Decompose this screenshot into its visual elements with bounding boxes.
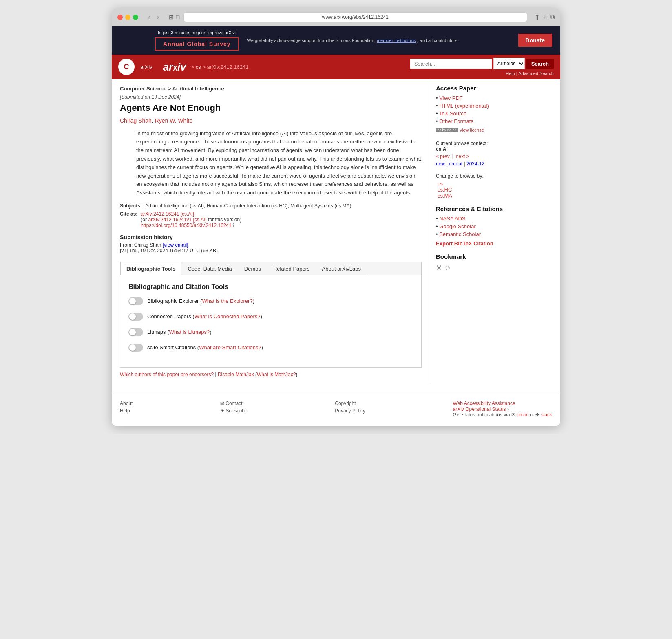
browse-new-link[interactable]: new — [436, 161, 445, 167]
tab-about-arxivlabs[interactable]: About arXivLabs — [316, 262, 367, 275]
semantic-scholar-link[interactable]: Semantic Scholar — [439, 231, 481, 237]
address-bar[interactable]: www.arxiv.org/abs/2412.16241 — [183, 12, 527, 22]
cite-link-2[interactable]: arXiv:2412.16241v1 [cs.AI] — [148, 217, 206, 223]
maximize-button[interactable] — [133, 15, 138, 20]
page-footer: About Help ✉ Contact ✈ Subscribe Copyrig… — [112, 392, 560, 426]
search-input[interactable] — [410, 59, 492, 69]
bib-explorer-what-link[interactable]: What is the Explorer? — [202, 298, 252, 304]
mendeley-icon[interactable]: ✕ — [436, 264, 442, 272]
browse-cs-link[interactable]: cs — [438, 181, 514, 187]
connected-papers-what-link[interactable]: What is Connected Papers? — [195, 313, 261, 320]
cite-link-1[interactable]: arXiv:2412.16241 [cs.AI] — [141, 211, 194, 217]
view-email-link[interactable]: [view email] — [163, 242, 188, 248]
footer-privacy-link[interactable]: Privacy Policy — [335, 408, 365, 414]
other-formats-link[interactable]: Other Formats — [439, 118, 473, 124]
browse-prev-link[interactable]: < prev — [436, 154, 450, 159]
browse-context-section: Current browse context: cs.AI < prev | n… — [436, 141, 514, 167]
browse-next-link[interactable]: next > — [456, 154, 469, 159]
bookmark-title: Bookmark — [436, 253, 514, 260]
endorser-link[interactable]: Which authors of this paper are endorser… — [120, 372, 214, 377]
breadcrumb-cs-link[interactable]: cs — [196, 64, 201, 70]
submission-history-title: Submission history — [120, 234, 422, 240]
help-link[interactable]: Help — [506, 71, 515, 76]
footer-col-contact: ✉ Contact ✈ Subscribe — [220, 401, 248, 418]
close-button[interactable] — [117, 15, 123, 20]
connected-papers-toggle[interactable] — [128, 313, 143, 321]
browse-context-value: cs.AI — [436, 146, 448, 152]
tab-code-data-media[interactable]: Code, Data, Media — [181, 262, 238, 275]
view-pdf-link[interactable]: View PDF — [439, 95, 463, 101]
nasa-ads-link[interactable]: NASA ADS — [439, 216, 465, 222]
paper-authors: Chirag Shah, Ryen W. White — [120, 117, 422, 124]
doi-link[interactable]: https://doi.org/10.48550/arXiv.2412.1624… — [141, 223, 232, 228]
search-button[interactable]: Search — [526, 59, 554, 69]
survey-text: In just 3 minutes help us improve arXiv: — [155, 30, 239, 35]
forward-button[interactable]: › — [155, 13, 161, 22]
litmaps-toggle[interactable] — [128, 328, 143, 336]
litmaps-what-link[interactable]: What is Litmaps? — [169, 329, 210, 335]
browse-date-link[interactable]: 2024-12 — [466, 161, 484, 167]
arxiv-status-link[interactable]: arXiv Operational Status — [453, 406, 506, 412]
view-license-link[interactable]: view license — [460, 128, 484, 132]
browser-tabs-area: ⊞ □ — [169, 14, 179, 20]
tabs-icon[interactable]: ⧉ — [550, 13, 555, 21]
toggle-row-litmaps: Litmaps (What is Litmaps?) — [128, 328, 413, 336]
submission-v1: [v1] Thu, 19 Dec 2024 16:54:17 UTC (63 K… — [120, 248, 422, 253]
browse-new-recent: new | recent | 2024-12 — [436, 161, 514, 167]
disable-mathjax-link[interactable]: Disable MathJax — [218, 372, 254, 377]
content-area: Computer Science > Artificial Intelligen… — [112, 79, 430, 384]
bib-explorer-toggle[interactable] — [128, 297, 143, 305]
author-chirag-shah[interactable]: Chirag Shah — [120, 117, 152, 124]
bib-tools-title: Bibliographic and Citation Tools — [128, 283, 413, 291]
scite-toggle[interactable] — [128, 344, 143, 352]
subjects-value: Artificial Intelligence (cs.AI); Human-C… — [145, 203, 351, 209]
cite-for-version-text: for this version) — [208, 217, 241, 223]
export-bibtex-link[interactable]: Export BibTeX Citation — [436, 240, 514, 247]
advanced-search-link[interactable]: Advanced Search — [518, 71, 554, 76]
field-select[interactable]: All fields — [493, 58, 525, 69]
minimize-button[interactable] — [125, 15, 130, 20]
member-institutions-link[interactable]: member institutions — [377, 38, 416, 43]
google-scholar-link[interactable]: Google Scholar — [439, 223, 476, 229]
browse-cshc-link[interactable]: cs.HC — [438, 187, 514, 193]
browse-recent-link[interactable]: recent — [449, 161, 462, 167]
tex-source-link[interactable]: TeX Source — [439, 110, 466, 117]
donate-button[interactable]: Donate — [518, 34, 552, 47]
footer-col-status: Web Accessibility Assistance arXiv Opera… — [453, 401, 552, 418]
email-status-link[interactable]: email — [517, 412, 528, 418]
refs-citations-section: References & Citations NASA ADS Google S… — [436, 205, 514, 247]
toggle-row-connected-papers: Connected Papers (What is Connected Pape… — [128, 313, 413, 321]
traffic-lights — [117, 15, 138, 20]
footer-help-link[interactable]: Help — [120, 408, 133, 414]
footer-subscribe-link[interactable]: ✈ Subscribe — [220, 408, 248, 414]
toggle-knob — [129, 298, 136, 304]
toggle-knob-3 — [129, 329, 136, 335]
tab-demos[interactable]: Demos — [238, 262, 267, 275]
tab-related-papers[interactable]: Related Papers — [267, 262, 316, 275]
tab-bibliographic-tools[interactable]: Bibliographic Tools — [120, 262, 181, 275]
author-ryen-white[interactable]: Ryen W. White — [155, 117, 193, 124]
footer-contact-link[interactable]: ✉ Contact — [220, 401, 248, 406]
support-text-2: , and all contributors. — [417, 38, 458, 43]
refs-citations-title: References & Citations — [436, 205, 514, 212]
scite-label: scite Smart Citations (What are Smart Ci… — [147, 344, 263, 350]
toggle-knob-4 — [129, 344, 136, 351]
reddit-icon[interactable]: ☺ — [444, 264, 451, 272]
breadcrumb-id: arXiv:2412.16241 — [207, 64, 249, 70]
logo-area: C arXiv arXiv > cs > arXiv:2412.16241 — [118, 59, 249, 75]
back-button[interactable]: ‹ — [146, 13, 153, 22]
footer-about-link[interactable]: About — [120, 401, 133, 406]
refs-links: NASA ADS Google Scholar Semantic Scholar — [436, 216, 514, 237]
slack-status-link[interactable]: slack — [541, 412, 552, 418]
cite-or-text: (or — [141, 217, 147, 223]
new-tab-icon[interactable]: + — [543, 13, 547, 21]
html-experimental-link[interactable]: HTML (experimental) — [439, 103, 489, 109]
share-icon[interactable]: ⬆ — [535, 13, 540, 21]
footer-copyright-link[interactable]: Copyright — [335, 401, 365, 406]
survey-button[interactable]: Annual Global Survey — [155, 37, 239, 51]
connected-papers-label: Connected Papers (What is Connected Pape… — [147, 313, 262, 320]
browse-csma-link[interactable]: cs.MA — [438, 193, 514, 199]
web-accessibility-link[interactable]: Web Accessibility Assistance — [453, 401, 515, 406]
scite-what-link[interactable]: What are Smart Citations? — [199, 344, 261, 350]
what-is-mathjax-link[interactable]: What is MathJax? — [257, 372, 296, 377]
